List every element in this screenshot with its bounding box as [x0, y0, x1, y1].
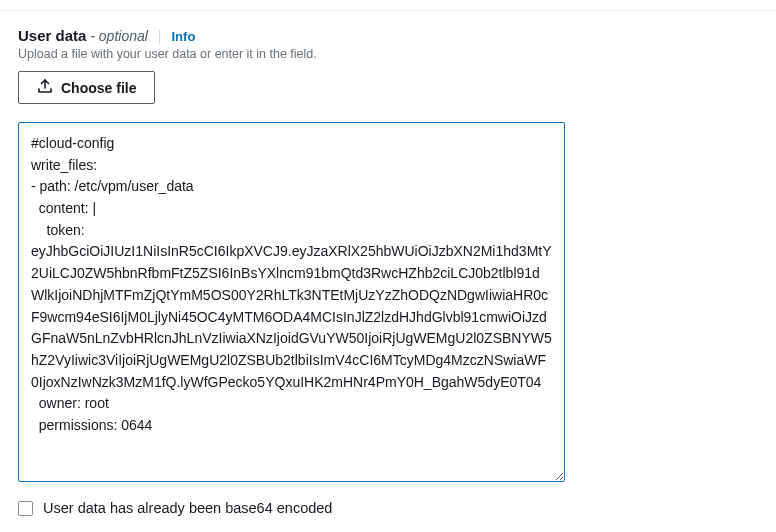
user-data-textarea[interactable]	[18, 122, 565, 482]
field-label-text: User data	[18, 27, 86, 44]
divider: |	[158, 28, 162, 44]
user-data-section: User data - optional | Info Upload a fil…	[0, 10, 776, 532]
field-label: User data - optional	[18, 27, 148, 44]
base64-checkbox-row[interactable]: User data has already been base64 encode…	[18, 500, 758, 516]
choose-file-button[interactable]: Choose file	[18, 71, 155, 104]
field-description: Upload a file with your user data or ent…	[18, 47, 758, 61]
base64-checkbox-label: User data has already been base64 encode…	[43, 500, 332, 516]
info-link[interactable]: Info	[172, 29, 196, 44]
field-header: User data - optional | Info	[18, 27, 758, 44]
base64-checkbox[interactable]	[18, 501, 33, 516]
choose-file-label: Choose file	[61, 80, 136, 96]
upload-icon	[37, 78, 53, 97]
field-optional-text: - optional	[90, 28, 148, 44]
